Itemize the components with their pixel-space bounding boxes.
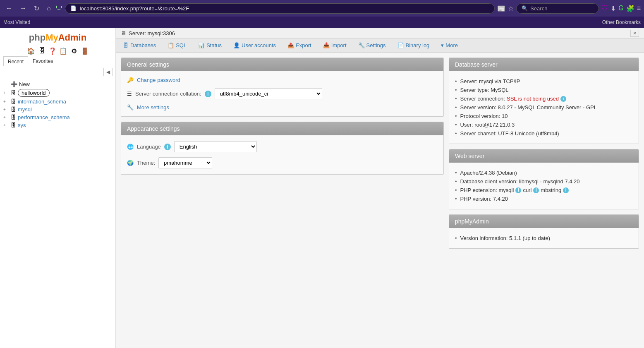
address-bar[interactable]: 📄 localhost:8085/index.php?route=/&route…: [65, 3, 495, 14]
tab-import[interactable]: 📥 Import: [317, 39, 352, 53]
collapse-server-btn[interactable]: ✕: [630, 30, 639, 37]
tab-sql[interactable]: 📋 SQL: [162, 39, 192, 53]
db-item-performance-schema[interactable]: + 🗄 performance_schema: [0, 113, 115, 121]
globe-icon: 🌐: [127, 144, 134, 150]
language-info-icon[interactable]: i: [164, 144, 171, 150]
web-server-curl: curl: [523, 187, 531, 193]
mysqli-info-icon[interactable]: i: [515, 187, 521, 193]
phpmyadmin-list: Version information: 5.1.1 (up to date): [455, 234, 633, 242]
db-server-text-3-prefix: Server connection:: [460, 96, 505, 102]
databases-label: Databases: [130, 42, 156, 48]
database-server-list: Server: mysql via TCP/IP Server type: My…: [455, 77, 633, 138]
ssl-info-icon[interactable]: i: [560, 96, 566, 102]
nav-tabs: 🗄 Databases 📋 SQL 📊 Status 👤 User accoun…: [116, 39, 644, 53]
appearance-settings-header: Appearance settings: [121, 122, 443, 135]
db-icon-info: 🗄: [11, 98, 16, 105]
change-password-row: 🔑 Change password: [127, 77, 438, 83]
sidebar-home-btn[interactable]: 🏠: [26, 46, 36, 55]
language-select[interactable]: English French German Spanish: [174, 141, 257, 152]
home-button[interactable]: ⌂: [44, 4, 53, 13]
db-item-mysql[interactable]: + 🗄 mysql: [0, 106, 115, 113]
db-item-information-schema[interactable]: + 🗄 information_schema: [0, 98, 115, 106]
db-name-sys: sys: [18, 122, 26, 128]
appearance-settings-panel: Appearance settings 🌐 Language i English…: [121, 122, 444, 175]
profile-icon: G: [618, 5, 623, 12]
web-server-text-4: PHP version: 7.4.20: [460, 196, 508, 202]
forward-button[interactable]: →: [17, 4, 29, 13]
theme-row: 🌍 Theme: pmahomme original: [127, 157, 438, 168]
new-icon: ➕: [11, 81, 17, 87]
search-bar[interactable]: 🔍 Search: [516, 3, 599, 14]
curl-info-icon[interactable]: i: [533, 187, 539, 193]
bookmarks-bar: Most Visited Other Bookmarks: [0, 17, 644, 28]
sidebar-settings-btn[interactable]: ⚙: [69, 46, 79, 55]
phpmyadmin-panel-header: phpMyAdmin: [449, 215, 639, 228]
db-item-helloworld[interactable]: + 🗄 helloworld: [0, 88, 115, 98]
db-server-item-5: Protocol version: 10: [455, 112, 633, 120]
back-button[interactable]: ←: [3, 4, 15, 13]
web-server-item-4: PHP version: 7.4.20: [455, 194, 633, 203]
tab-binary-log[interactable]: 📄 Binary log: [392, 39, 436, 53]
phpmyadmin-item-1: Version information: 5.1.1 (up to date): [455, 234, 633, 242]
sidebar-copy-btn[interactable]: 📋: [59, 46, 68, 55]
db-server-text-6: User: root@172.21.0.3: [460, 122, 515, 128]
refresh-button[interactable]: ↻: [31, 4, 42, 13]
db-item-sys[interactable]: + 🗄 sys: [0, 121, 115, 129]
main-content: 🖥 Server: mysql:3306 ✕ 🗄 Databases 📋 SQL…: [116, 28, 644, 348]
sidebar-collapse-area: ◀: [0, 66, 115, 78]
mbstring-info-icon[interactable]: i: [563, 187, 569, 193]
tab-status[interactable]: 📊 Status: [192, 39, 227, 53]
general-settings-body: 🔑 Change password ☰ Server connection co…: [121, 71, 443, 116]
server-header: 🖥 Server: mysql:3306 ✕: [116, 28, 644, 39]
tab-favorites[interactable]: Favorites: [28, 56, 57, 66]
tab-settings[interactable]: 🔧 Settings: [352, 39, 392, 53]
reader-icon: 📰: [497, 5, 505, 12]
sidebar-db-btn[interactable]: 🗄: [37, 46, 46, 55]
tab-recent[interactable]: Recent: [3, 56, 28, 66]
status-label: Status: [206, 42, 222, 48]
binary-log-icon: 📄: [397, 42, 404, 48]
more-label: More: [445, 42, 458, 48]
import-label: Import: [331, 42, 347, 48]
phpmyadmin-text-1: Version information: 5.1.1 (up to date): [460, 235, 551, 241]
web-server-mbstring: mbstring: [541, 187, 561, 193]
database-server-header: Database server: [449, 58, 639, 71]
expand-info-schema: +: [3, 99, 9, 104]
sidebar-help-btn[interactable]: ❓: [48, 46, 57, 55]
db-name-info: information_schema: [18, 98, 66, 105]
tab-more[interactable]: ▾ More: [435, 39, 464, 53]
server-icon: 🖥: [121, 30, 126, 36]
db-item-new[interactable]: ➕ New: [0, 80, 115, 88]
user-accounts-icon: 👤: [233, 42, 240, 48]
logo-admin: Admin: [58, 32, 86, 43]
export-icon: 📤: [287, 42, 294, 48]
settings-label: Settings: [366, 42, 386, 48]
more-dropdown-icon: ▾: [441, 42, 444, 48]
privacy-icon: 🛡: [601, 5, 608, 12]
collation-info-icon[interactable]: i: [205, 91, 211, 97]
sidebar-db-list: ➕ New + 🗄 helloworld + 🗄 information_sch…: [0, 78, 115, 132]
collation-select[interactable]: utf8mb4_unicode_ci utf8mb4_general_ci ut…: [215, 88, 322, 99]
tab-databases[interactable]: 🗄 Databases: [117, 39, 162, 53]
bookmark-icon: ☆: [508, 5, 514, 12]
more-settings-link[interactable]: More settings: [137, 104, 169, 110]
logo: phpMyAdmin: [5, 32, 110, 43]
app-container: phpMyAdmin 🏠 🗄 ❓ 📋 ⚙ 🚪 Recent Favorites …: [0, 28, 644, 348]
binary-log-label: Binary log: [406, 42, 430, 48]
sidebar-exit-btn[interactable]: 🚪: [80, 46, 89, 55]
url-text: localhost:8085/index.php?route=/&route=%…: [80, 5, 189, 12]
tab-export[interactable]: 📤 Export: [282, 39, 317, 53]
web-server-list: Apache/2.4.38 (Debian) Database client v…: [455, 168, 633, 203]
change-password-link[interactable]: Change password: [137, 77, 180, 83]
content-right: Database server Server: mysql via TCP/IP…: [449, 58, 639, 249]
browser-toolbar: ← → ↻ ⌂ 🛡 📄 localhost:8085/index.php?rou…: [0, 0, 644, 17]
db-name-mysql: mysql: [18, 106, 32, 113]
tab-user-accounts[interactable]: 👤 User accounts: [227, 39, 282, 53]
db-server-item-6: User: root@172.21.0.3: [455, 120, 633, 129]
expand-mysql: +: [3, 107, 9, 112]
sidebar-collapse-btn[interactable]: ◀: [103, 68, 113, 76]
web-server-title: Web server: [455, 153, 484, 159]
db-server-item-1: Server: mysql via TCP/IP: [455, 77, 633, 86]
theme-select[interactable]: pmahomme original: [158, 157, 212, 168]
language-row: 🌐 Language i English French German Spani…: [127, 141, 438, 152]
